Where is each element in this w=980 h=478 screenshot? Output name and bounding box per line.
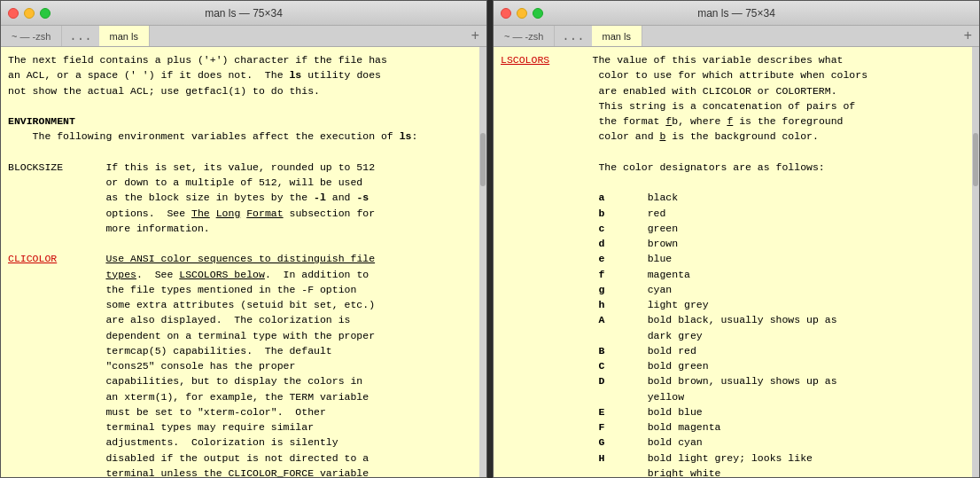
title-bar-2: man ls — 75×34 — [494, 1, 979, 26]
tab-manls-label-1: man ls — [110, 31, 138, 42]
scrollbar-thumb-1[interactable] — [480, 133, 486, 186]
window-title-1: man ls — 75×34 — [205, 7, 283, 20]
man-text-2: LSCOLORS The value of this variable desc… — [501, 52, 972, 477]
minimize-button-2[interactable] — [517, 8, 527, 19]
clicolor-entry: CLICOLOR Use ANSI color sequences to dis… — [8, 253, 375, 477]
traffic-lights-1[interactable] — [8, 8, 51, 19]
tab-zsh-label-2: ~ — -zsh — [504, 31, 543, 42]
close-button-2[interactable] — [501, 8, 511, 19]
tab-zsh-2[interactable]: ~ — -zsh — [494, 26, 555, 46]
designators-header: The color designators are as follows: — [501, 161, 825, 173]
para1: The next field contains a plus ('+') cha… — [8, 54, 387, 97]
new-tab-button-2[interactable]: + — [956, 28, 979, 44]
minimize-button-1[interactable] — [24, 8, 35, 19]
close-button-1[interactable] — [8, 8, 19, 19]
tab-zsh-label-1: ~ — -zsh — [12, 31, 51, 42]
man-text-1: The next field contains a plus ('+') cha… — [8, 52, 479, 477]
tab-manls-1[interactable]: man ls — [99, 26, 150, 46]
terminal-window-1: man ls — 75×34 ~ — -zsh ... man ls + The… — [0, 0, 487, 478]
maximize-button-1[interactable] — [40, 8, 51, 19]
content-area-2: LSCOLORS The value of this variable desc… — [494, 47, 979, 477]
scrollbar-thumb-2[interactable] — [973, 133, 978, 186]
env-header: ENVIRONMENT — [8, 115, 75, 127]
tab-dots-2[interactable]: ... — [555, 29, 591, 43]
traffic-lights-2[interactable] — [501, 8, 543, 19]
new-tab-button-1[interactable]: + — [463, 28, 486, 44]
title-bar-1: man ls — 75×34 — [1, 1, 486, 26]
terminal-window-2: man ls — 75×34 ~ — -zsh ... man ls + LSC… — [493, 0, 980, 478]
lscolors-entry: LSCOLORS The value of this variable desc… — [501, 54, 867, 142]
content-area-1: The next field contains a plus ('+') cha… — [1, 47, 486, 477]
env-intro: The following environment variables affe… — [8, 130, 417, 142]
scrollbar-2[interactable] — [972, 47, 979, 477]
tab-bar-1: ~ — -zsh ... man ls + — [1, 26, 486, 47]
scrollbar-1[interactable] — [479, 47, 486, 477]
color-table: a black b red c green d brown e blue f m… — [501, 192, 843, 477]
tab-manls-2[interactable]: man ls — [592, 26, 642, 46]
window-title-2: man ls — 75×34 — [697, 7, 775, 20]
tab-zsh-1[interactable]: ~ — -zsh — [1, 26, 62, 46]
blocksize-entry: BLOCKSIZE If this is set, its value, rou… — [8, 161, 375, 234]
tab-dots-1[interactable]: ... — [62, 29, 98, 43]
maximize-button-2[interactable] — [533, 8, 543, 19]
tab-bar-2: ~ — -zsh ... man ls + — [494, 26, 979, 47]
tab-manls-label-2: man ls — [603, 31, 631, 42]
